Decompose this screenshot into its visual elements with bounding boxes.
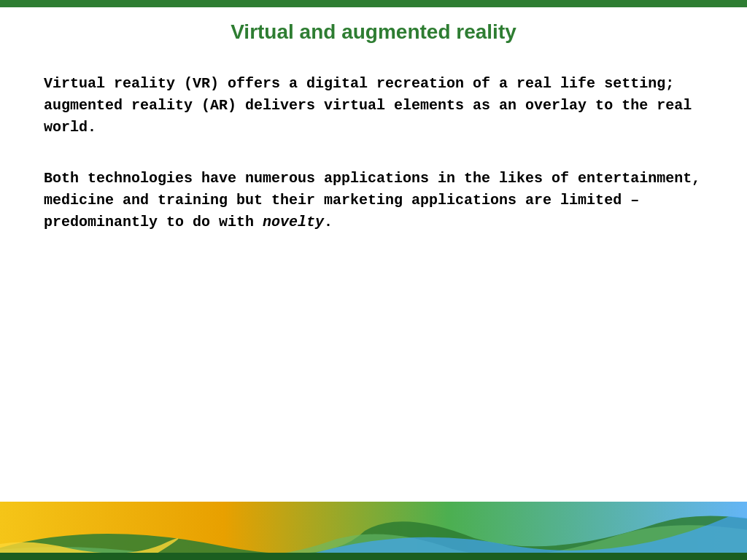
- content-area: Virtual reality (VR) offers a digital re…: [44, 73, 703, 472]
- paragraph-2-italic: novelty: [263, 214, 324, 230]
- svg-rect-1: [0, 553, 747, 560]
- slide-title: Virtual and augmented reality: [29, 20, 718, 44]
- title-area: Virtual and augmented reality: [0, 7, 747, 51]
- paragraph-1: Virtual reality (VR) offers a digital re…: [44, 73, 703, 139]
- paragraph-2: Both technologies have numerous applicat…: [44, 168, 703, 233]
- paragraph-2-text-after-italic: .: [324, 214, 333, 230]
- top-bar: [0, 0, 747, 7]
- paragraph-2-text-before-italic: Both technologies have numerous applicat…: [44, 170, 700, 230]
- bottom-decoration: [0, 502, 747, 560]
